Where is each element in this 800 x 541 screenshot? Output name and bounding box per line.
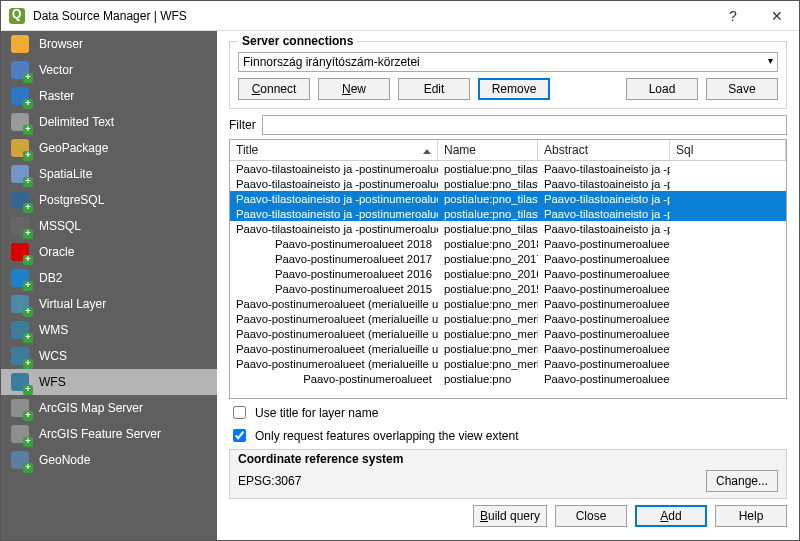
table-row[interactable]: Paavo-postinumeroalueet 2015postialue:pn… xyxy=(230,281,786,296)
table-row[interactable]: Paavo-postinumeroalueet (merialueille ul… xyxy=(230,311,786,326)
text-icon xyxy=(11,113,29,131)
connection-selected: Finnország irányítószám-körzetei xyxy=(243,55,420,69)
sidebar-item-geopackage[interactable]: GeoPackage xyxy=(1,135,217,161)
table-row[interactable]: Paavo-tilastoaineisto ja -postinumeroalu… xyxy=(230,191,786,206)
help-button[interactable]: ? xyxy=(711,1,755,31)
sidebar-item-browser[interactable]: Browser xyxy=(1,31,217,57)
close-window-button[interactable]: ✕ xyxy=(755,1,799,31)
cell-title: Paavo-postinumeroalueet (merialueille ul… xyxy=(230,343,438,355)
cell-name: postialue:pno_tilasto_2... xyxy=(438,163,538,175)
cell-abstract: Paavo-postinumeroalueet 2... xyxy=(538,238,670,250)
crs-legend: Coordinate reference system xyxy=(238,452,778,466)
change-crs-button[interactable]: Change... xyxy=(706,470,778,492)
table-row[interactable]: Paavo-postinumeroalueet 2018postialue:pn… xyxy=(230,236,786,251)
filter-input[interactable] xyxy=(262,115,787,135)
table-row[interactable]: Paavo-postinumeroalueet 2016postialue:pn… xyxy=(230,266,786,281)
table-row[interactable]: Paavo-postinumeroalueet (merialueille ul… xyxy=(230,296,786,311)
geo-icon xyxy=(11,139,29,157)
sidebar-item-virtual-layer[interactable]: Virtual Layer xyxy=(1,291,217,317)
mssql-icon xyxy=(11,217,29,235)
connect-button[interactable]: Connect xyxy=(238,78,310,100)
sidebar-item-arcgis-map-server[interactable]: ArcGIS Map Server xyxy=(1,395,217,421)
new-button[interactable]: New xyxy=(318,78,390,100)
cell-name: postialue:pno_meri_2016 xyxy=(438,328,538,340)
filter-row: Filter xyxy=(229,115,787,135)
sidebar-item-vector[interactable]: Vector xyxy=(1,57,217,83)
table-row[interactable]: Paavo-postinumeroalueet (merialueille ul… xyxy=(230,341,786,356)
close-button[interactable]: Close xyxy=(555,505,627,527)
cell-abstract: Paavo-tilastoaineisto ja -po... xyxy=(538,208,670,220)
sidebar-item-label: PostgreSQL xyxy=(39,193,104,207)
sidebar-item-postgresql[interactable]: PostgreSQL xyxy=(1,187,217,213)
load-button[interactable]: Load xyxy=(626,78,698,100)
table-row[interactable]: Paavo-postinumeroalueet (merialueille ul… xyxy=(230,326,786,341)
table-row[interactable]: Paavo-postinumeroalueetpostialue:pnoPaav… xyxy=(230,371,786,386)
only-extent-checkbox[interactable]: Only request features overlapping the vi… xyxy=(229,426,787,445)
edit-button[interactable]: Edit xyxy=(398,78,470,100)
use-title-checkbox[interactable]: Use title for layer name xyxy=(229,403,787,422)
cell-abstract: Paavo-postinumeroalueet (... xyxy=(538,328,670,340)
sidebar-item-db2[interactable]: DB2 xyxy=(1,265,217,291)
sidebar-item-label: Oracle xyxy=(39,245,74,259)
cell-name: postialue:pno_tilasto_2... xyxy=(438,193,538,205)
table-row[interactable]: Paavo-tilastoaineisto ja -postinumeroalu… xyxy=(230,206,786,221)
sidebar-item-wms[interactable]: WMS xyxy=(1,317,217,343)
cell-title: Paavo-postinumeroalueet xyxy=(230,373,438,385)
sidebar: BrowserVectorRasterDelimited TextGeoPack… xyxy=(1,31,217,541)
wms-icon xyxy=(11,321,29,339)
cell-name: postialue:pno_tilasto xyxy=(438,223,538,235)
sidebar-item-mssql[interactable]: MSSQL xyxy=(1,213,217,239)
table-row[interactable]: Paavo-tilastoaineisto ja -postinumeroalu… xyxy=(230,161,786,176)
sidebar-item-label: Virtual Layer xyxy=(39,297,106,311)
cell-abstract: Paavo-postinumeroalueet 2... xyxy=(538,253,670,265)
folder-icon xyxy=(11,35,29,53)
help-button-bottom[interactable]: Help xyxy=(715,505,787,527)
sidebar-item-label: GeoNode xyxy=(39,453,90,467)
cell-title: Paavo-tilastoaineisto ja -postinumeroalu… xyxy=(230,178,438,190)
server-connections-legend: Server connections xyxy=(238,34,357,48)
table-header[interactable]: Title Name Abstract Sql xyxy=(230,140,786,161)
sidebar-item-raster[interactable]: Raster xyxy=(1,83,217,109)
sidebar-item-wcs[interactable]: WCS xyxy=(1,343,217,369)
cell-title: Paavo-postinumeroalueet (merialueille ul… xyxy=(230,358,438,370)
remove-button[interactable]: Remove xyxy=(478,78,550,100)
app-icon xyxy=(9,8,25,24)
cell-abstract: Paavo-postinumeroalueet (... xyxy=(538,313,670,325)
table-row[interactable]: Paavo-tilastoaineisto ja -postinumeroalu… xyxy=(230,221,786,236)
sidebar-item-oracle[interactable]: Oracle xyxy=(1,239,217,265)
save-button[interactable]: Save xyxy=(706,78,778,100)
layer-table[interactable]: Title Name Abstract Sql Paavo-tilastoain… xyxy=(229,139,787,399)
cell-name: postialue:pno_tilasto_2... xyxy=(438,208,538,220)
cell-name: postialue:pno_meri_2017 xyxy=(438,313,538,325)
sidebar-item-label: Delimited Text xyxy=(39,115,114,129)
col-sql[interactable]: Sql xyxy=(670,140,786,160)
table-row[interactable]: Paavo-tilastoaineisto ja -postinumeroalu… xyxy=(230,176,786,191)
vector-icon xyxy=(11,61,29,79)
build-query-button[interactable]: Build query xyxy=(473,505,547,527)
cell-abstract: Paavo-postinumeroalueet (... xyxy=(538,343,670,355)
sidebar-item-label: WMS xyxy=(39,323,68,337)
connection-combo[interactable]: Finnország irányítószám-körzetei xyxy=(238,52,778,72)
cell-name: postialue:pno_meri_2018 xyxy=(438,298,538,310)
cell-name: postialue:pno_2016 xyxy=(438,268,538,280)
col-title[interactable]: Title xyxy=(230,140,438,160)
sidebar-item-label: Raster xyxy=(39,89,74,103)
crs-group: Coordinate reference system EPSG:3067 Ch… xyxy=(229,449,787,499)
sidebar-item-arcgis-feature-server[interactable]: ArcGIS Feature Server xyxy=(1,421,217,447)
sidebar-item-wfs[interactable]: WFS xyxy=(1,369,217,395)
cell-title: Paavo-postinumeroalueet 2017 xyxy=(230,253,438,265)
cell-title: Paavo-postinumeroalueet (merialueille ul… xyxy=(230,328,438,340)
bottom-buttons: Build query Close Add Help xyxy=(229,505,787,527)
table-body[interactable]: Paavo-tilastoaineisto ja -postinumeroalu… xyxy=(230,161,786,398)
col-abstract[interactable]: Abstract xyxy=(538,140,670,160)
sidebar-item-geonode[interactable]: GeoNode xyxy=(1,447,217,473)
sidebar-item-spatialite[interactable]: SpatiaLite xyxy=(1,161,217,187)
table-row[interactable]: Paavo-postinumeroalueet 2017postialue:pn… xyxy=(230,251,786,266)
sidebar-item-label: DB2 xyxy=(39,271,62,285)
sidebar-item-label: ArcGIS Feature Server xyxy=(39,427,161,441)
table-row[interactable]: Paavo-postinumeroalueet (merialueille ul… xyxy=(230,356,786,371)
cell-abstract: Paavo-tilastoaineisto ja -po... xyxy=(538,178,670,190)
col-name[interactable]: Name xyxy=(438,140,538,160)
add-button[interactable]: Add xyxy=(635,505,707,527)
sidebar-item-delimited-text[interactable]: Delimited Text xyxy=(1,109,217,135)
